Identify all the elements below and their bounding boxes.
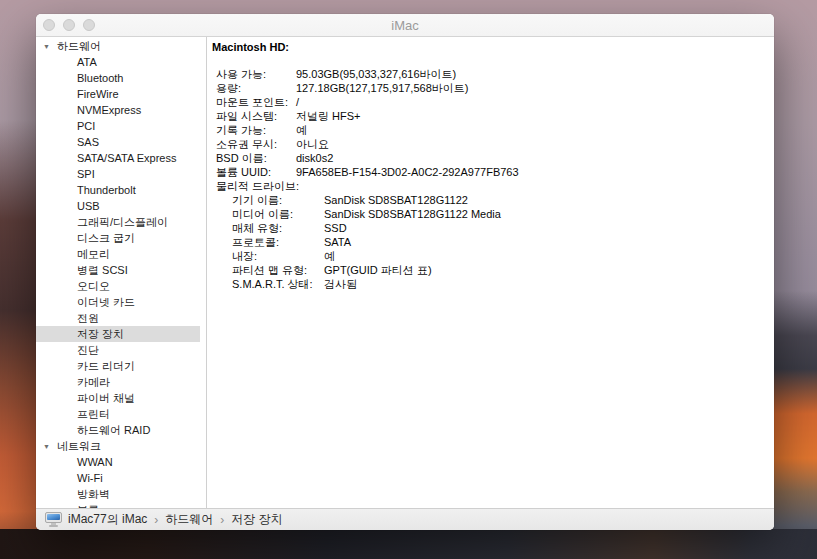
sidebar-item-graphics-displays[interactable]: 그래픽/디스플레이 xyxy=(36,214,206,230)
field-row: 파일 시스템:저널링 HFS+ xyxy=(216,109,774,123)
sidebar-item-card-reader[interactable]: 카드 리더기 xyxy=(36,358,206,374)
field-row: 프로토콜:SATA xyxy=(232,235,774,249)
sidebar-item-audio[interactable]: 오디오 xyxy=(36,278,206,294)
sidebar-item-power[interactable]: 전원 xyxy=(36,310,206,326)
field-row: 매체 유형:SSD xyxy=(232,221,774,235)
field-label: 매체 유형: xyxy=(232,221,324,235)
field-value: 저널링 HFS+ xyxy=(296,109,360,123)
sidebar-item-firewall[interactable]: 방화벽 xyxy=(36,486,206,502)
sidebar-item-firewire[interactable]: FireWire xyxy=(36,86,206,102)
sidebar-item-pci[interactable]: PCI xyxy=(36,118,206,134)
field-row: 볼륨 UUID:9FA658EB-F154-3D02-A0C2-292A977F… xyxy=(216,165,774,179)
field-value: SSD xyxy=(324,221,347,235)
status-bar: iMac77의 iMac › 하드웨어 › 저장 장치 xyxy=(36,508,774,530)
field-label: 용량: xyxy=(216,81,296,95)
breadcrumb-storage: 저장 장치 xyxy=(231,511,282,528)
category-sidebar[interactable]: ▼하드웨어 ATA Bluetooth FireWire NVMExpress … xyxy=(36,37,206,508)
field-label: BSD 이름: xyxy=(216,151,296,165)
field-label: 미디어 이름: xyxy=(232,207,324,221)
field-value: disk0s2 xyxy=(296,151,333,165)
minimize-button[interactable] xyxy=(63,19,75,31)
sidebar-item-sata[interactable]: SATA/SATA Express xyxy=(36,150,206,166)
sidebar-item-bluetooth[interactable]: Bluetooth xyxy=(36,70,206,86)
sidebar-item-usb[interactable]: USB xyxy=(36,198,206,214)
title-bar[interactable]: iMac xyxy=(36,14,774,37)
sidebar-item-memory[interactable]: 메모리 xyxy=(36,246,206,262)
field-label: 볼륨 UUID: xyxy=(216,165,296,179)
wallpaper-right-mountain xyxy=(773,0,817,559)
field-label: 프로토콜: xyxy=(232,235,324,249)
field-value: 예 xyxy=(324,249,335,263)
breadcrumb-separator: › xyxy=(154,513,158,527)
sidebar-item-nvmexpress[interactable]: NVMExpress xyxy=(36,102,206,118)
field-label: 소유권 무시: xyxy=(216,137,296,151)
sidebar-section-label: 하드웨어 xyxy=(57,40,101,52)
sidebar-item-spi[interactable]: SPI xyxy=(36,166,206,182)
field-row: 사용 가능:95.03GB(95,033,327,616바이트) xyxy=(216,67,774,81)
disclosure-triangle-icon[interactable]: ▼ xyxy=(43,39,57,55)
window-title: iMac xyxy=(391,18,418,33)
disclosure-triangle-icon[interactable]: ▼ xyxy=(43,439,57,455)
field-value: 127.18GB(127,175,917,568바이트) xyxy=(296,81,468,95)
sidebar-item-wwan[interactable]: WWAN xyxy=(36,454,206,470)
breadcrumb-separator: › xyxy=(220,513,224,527)
imac-computer-icon xyxy=(45,512,62,527)
sidebar-item-wifi[interactable]: Wi-Fi xyxy=(36,470,206,486)
field-value: 예 xyxy=(296,123,307,137)
field-row: 소유권 무시:아니요 xyxy=(216,137,774,151)
physical-drive-section-label: 물리적 드라이브: xyxy=(216,179,774,193)
zoom-button[interactable] xyxy=(83,19,95,31)
sidebar-item-camera[interactable]: 카메라 xyxy=(36,374,206,390)
field-value: 95.03GB(95,033,327,616바이트) xyxy=(296,67,456,81)
field-row: S.M.A.R.T. 상태:검사됨 xyxy=(232,277,774,291)
sidebar-item-volumes[interactable]: 볼륨 xyxy=(36,502,206,508)
sidebar-section-hardware[interactable]: ▼하드웨어 xyxy=(36,38,206,54)
field-label: S.M.A.R.T. 상태: xyxy=(232,277,324,291)
system-information-window: iMac ▼하드웨어 ATA Bluetooth FireWire NVMExp… xyxy=(36,14,774,530)
field-value: 아니요 xyxy=(296,137,329,151)
field-label: 마운트 포인트: xyxy=(216,95,296,109)
sidebar-item-hardware-raid[interactable]: 하드웨어 RAID xyxy=(36,422,206,438)
field-label: 파일 시스템: xyxy=(216,109,296,123)
field-row: 내장:예 xyxy=(232,249,774,263)
sidebar-item-storage[interactable]: 저장 장치 xyxy=(36,326,206,342)
sidebar-item-ata[interactable]: ATA xyxy=(36,54,206,70)
sidebar-item-printers[interactable]: 프린터 xyxy=(36,406,206,422)
field-label: 기기 이름: xyxy=(232,193,324,207)
volume-title: Macintosh HD: xyxy=(212,40,774,54)
field-label: 내장: xyxy=(232,249,324,263)
field-label: 사용 가능: xyxy=(216,67,296,81)
field-value: / xyxy=(296,95,299,109)
field-row: 용량:127.18GB(127,175,917,568바이트) xyxy=(216,81,774,95)
field-value: SATA xyxy=(324,235,351,249)
field-row: 마운트 포인트:/ xyxy=(216,95,774,109)
field-label: 기록 가능: xyxy=(216,123,296,137)
sidebar-item-fibre-channel[interactable]: 파이버 채널 xyxy=(36,390,206,406)
field-value: SanDisk SD8SBAT128G1122 xyxy=(324,193,468,207)
field-row: 기록 가능:예 xyxy=(216,123,774,137)
traffic-lights xyxy=(43,14,95,36)
breadcrumb-computer-name: iMac77의 iMac xyxy=(68,511,147,528)
field-row: 미디어 이름:SanDisk SD8SBAT128G1122 Media xyxy=(232,207,774,221)
detail-pane: Macintosh HD: 사용 가능:95.03GB(95,033,327,6… xyxy=(207,37,774,508)
sidebar-item-diagnostics[interactable]: 진단 xyxy=(36,342,206,358)
window-body: ▼하드웨어 ATA Bluetooth FireWire NVMExpress … xyxy=(36,37,774,508)
field-label: 파티션 맵 유형: xyxy=(232,263,324,277)
sidebar-section-network[interactable]: ▼네트워크 xyxy=(36,438,206,454)
breadcrumb-hardware: 하드웨어 xyxy=(165,511,213,528)
sidebar-item-ethernet-cards[interactable]: 이더넷 카드 xyxy=(36,294,206,310)
close-button[interactable] xyxy=(43,19,55,31)
sidebar-section-label: 네트워크 xyxy=(57,440,101,452)
sidebar-item-thunderbolt[interactable]: Thunderbolt xyxy=(36,182,206,198)
field-row: 기기 이름:SanDisk SD8SBAT128G1122 xyxy=(232,193,774,207)
field-value: 9FA658EB-F154-3D02-A0C2-292A977FB763 xyxy=(296,165,519,179)
sidebar-item-sas[interactable]: SAS xyxy=(36,134,206,150)
field-value: 검사됨 xyxy=(324,277,357,291)
field-row: 파티션 맵 유형:GPT(GUID 파티션 표) xyxy=(232,263,774,277)
wallpaper-bottom-rocks xyxy=(0,529,817,559)
sidebar-item-parallel-scsi[interactable]: 병렬 SCSI xyxy=(36,262,206,278)
field-row: BSD 이름:disk0s2 xyxy=(216,151,774,165)
field-value: GPT(GUID 파티션 표) xyxy=(324,263,432,277)
sidebar-item-disc-burning[interactable]: 디스크 굽기 xyxy=(36,230,206,246)
field-value: SanDisk SD8SBAT128G1122 Media xyxy=(324,207,501,221)
